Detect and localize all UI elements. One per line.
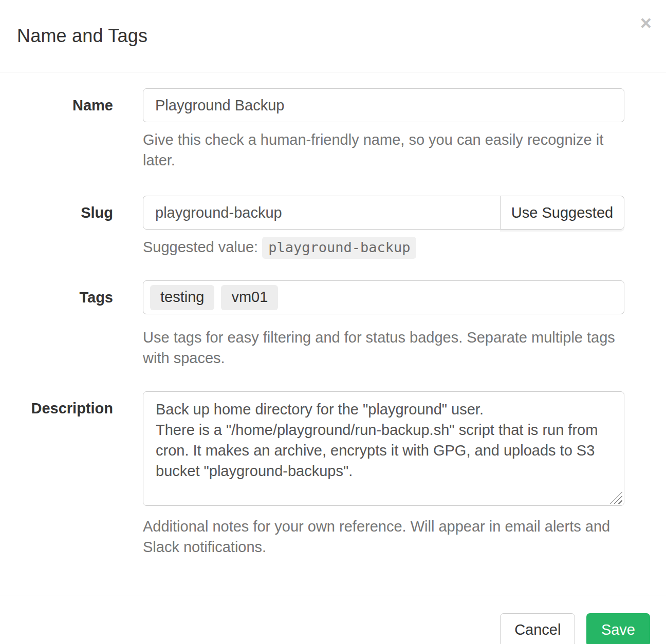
- modal-body: Name Give this check a human-friendly na…: [0, 72, 666, 596]
- tags-form-row: Tags testing vm01 Use tags for easy filt…: [0, 280, 666, 368]
- name-tags-modal: Name and Tags × Name Give this check a h…: [0, 0, 666, 644]
- description-form-row: Description Back up home directory for t…: [0, 391, 666, 557]
- cancel-button[interactable]: Cancel: [500, 613, 575, 644]
- slug-input-group: Use Suggested: [143, 196, 624, 230]
- description-textarea-wrap: Back up home directory for the "playgrou…: [143, 391, 624, 506]
- description-textarea[interactable]: Back up home directory for the "playgrou…: [143, 391, 624, 506]
- close-icon[interactable]: ×: [640, 13, 652, 33]
- name-form-row: Name Give this check a human-friendly na…: [0, 88, 666, 171]
- use-suggested-button[interactable]: Use Suggested: [500, 196, 624, 230]
- name-label: Name: [0, 88, 126, 171]
- name-control: Give this check a human-friendly name, s…: [143, 88, 624, 171]
- tags-control: testing vm01 Use tags for easy filtering…: [143, 280, 624, 368]
- description-label: Description: [0, 391, 126, 557]
- description-control: Back up home directory for the "playgrou…: [143, 391, 624, 557]
- tag-chip-testing: testing: [150, 285, 214, 310]
- slug-input[interactable]: [143, 196, 501, 230]
- name-input[interactable]: [143, 88, 624, 122]
- suggested-value-prefix: Suggested value:: [143, 239, 258, 255]
- slug-label: Slug: [0, 196, 126, 258]
- slug-control: Use Suggested Suggested value:playground…: [143, 196, 624, 258]
- modal-footer: Cancel Save: [0, 596, 666, 644]
- suggested-value-code: playground-backup: [262, 237, 416, 259]
- save-button[interactable]: Save: [586, 613, 650, 644]
- tags-label: Tags: [0, 280, 126, 368]
- tags-help-text: Use tags for easy filtering and for stat…: [143, 327, 624, 368]
- slug-help-text: Suggested value:playground-backup: [143, 237, 624, 258]
- tag-chip-vm01: vm01: [221, 285, 278, 310]
- tags-input[interactable]: testing vm01: [143, 280, 624, 314]
- description-help-text: Additional notes for your own reference.…: [143, 516, 624, 557]
- page-title: Name and Tags: [17, 25, 147, 47]
- slug-form-row: Slug Use Suggested Suggested value:playg…: [0, 196, 666, 258]
- name-help-text: Give this check a human-friendly name, s…: [143, 129, 624, 171]
- modal-header: Name and Tags ×: [0, 0, 666, 72]
